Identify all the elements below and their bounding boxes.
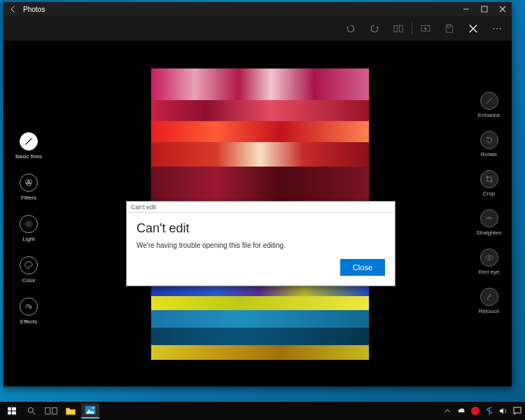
file-explorer-taskbar-button[interactable]: [62, 403, 80, 419]
slideshow-button[interactable]: [414, 16, 438, 41]
volume-icon: [499, 407, 507, 414]
dialog-message: We're having trouble opening this file f…: [136, 241, 385, 249]
dialog-heading: Can't edit: [136, 221, 385, 236]
tray-beats-icon[interactable]: [470, 406, 480, 416]
task-view-icon: [45, 406, 57, 416]
svg-point-14: [27, 223, 31, 226]
svg-line-21: [31, 221, 31, 222]
tool-red-eye[interactable]: Red eye: [470, 248, 508, 275]
tool-light[interactable]: Light: [8, 215, 50, 242]
svg-rect-34: [52, 408, 57, 414]
tool-enhance[interactable]: Enhance: [470, 92, 508, 118]
taskbar: [0, 402, 525, 420]
separator: [412, 22, 412, 35]
minimize-button[interactable]: [457, 2, 475, 16]
svg-point-7: [496, 28, 498, 29]
chevron-up-icon: [444, 407, 451, 414]
compare-button[interactable]: [386, 16, 410, 41]
filters-icon: [24, 178, 34, 188]
tray-volume-icon[interactable]: [498, 406, 508, 416]
tool-label: Filters: [21, 195, 36, 201]
redo-icon: [369, 23, 380, 34]
rotate-icon: [484, 135, 494, 145]
tool-label: Light: [22, 236, 34, 242]
tray-up-icon[interactable]: [442, 406, 452, 416]
tray-bluetooth-icon[interactable]: [484, 406, 494, 416]
svg-line-19: [26, 221, 27, 222]
tool-crop[interactable]: Crop: [470, 170, 508, 197]
svg-point-6: [493, 28, 494, 29]
tool-basic-fixes[interactable]: Basic fixes: [8, 132, 50, 160]
save-button[interactable]: [438, 16, 461, 41]
beats-icon: [471, 407, 479, 415]
tool-label: Effects: [20, 318, 37, 325]
more-button[interactable]: [485, 16, 509, 41]
svg-rect-30: [12, 412, 16, 415]
tool-retouch[interactable]: Retouch: [470, 288, 508, 314]
photos-app-icon: [85, 405, 96, 415]
task-view-button[interactable]: [42, 403, 60, 419]
svg-line-20: [31, 226, 31, 227]
notifications-icon: [513, 407, 522, 415]
tool-label: Enhance: [478, 112, 500, 118]
close-edit-button[interactable]: [461, 16, 485, 41]
svg-rect-3: [399, 25, 402, 31]
save-icon: [444, 23, 455, 34]
svg-point-8: [500, 28, 501, 29]
redo-button[interactable]: [363, 16, 386, 41]
maximize-button[interactable]: [475, 2, 493, 16]
cloud-icon: [457, 407, 465, 414]
retouch-icon: [484, 292, 494, 302]
effects-icon: [24, 302, 34, 312]
photos-app-window: Photos: [4, 2, 512, 386]
dialog-close-button[interactable]: Close: [340, 259, 385, 276]
svg-rect-2: [394, 25, 398, 31]
tool-straighten[interactable]: Straighten: [470, 209, 508, 236]
left-tool-panel: Basic fixes Filters Light Color Effects: [4, 41, 54, 386]
svg-rect-27: [8, 407, 11, 411]
svg-rect-33: [46, 408, 50, 414]
tool-label: Retouch: [479, 308, 500, 314]
tool-label: Basic fixes: [15, 153, 42, 160]
tool-rotate[interactable]: Rotate: [470, 131, 508, 158]
svg-rect-29: [8, 412, 11, 415]
compare-icon: [393, 23, 404, 34]
tool-label: Straighten: [476, 230, 501, 236]
bluetooth-icon: [486, 407, 493, 415]
svg-point-37: [92, 407, 94, 409]
editor-main: Basic fixes Filters Light Color Effects: [4, 41, 512, 386]
maximize-icon: [481, 6, 488, 13]
undo-icon: [345, 23, 356, 34]
svg-rect-5: [447, 24, 451, 27]
tray-notifications-icon[interactable]: [512, 406, 522, 416]
window-close-button[interactable]: [493, 2, 512, 16]
wand-icon: [484, 96, 494, 106]
arrow-left-icon: [9, 5, 18, 13]
svg-line-22: [26, 226, 27, 227]
search-button[interactable]: [22, 403, 41, 419]
tool-effects[interactable]: Effects: [8, 298, 50, 325]
minimize-icon: [463, 6, 470, 13]
start-button[interactable]: [3, 403, 21, 419]
svg-line-32: [33, 412, 36, 415]
svg-point-10: [29, 137, 30, 138]
windows-logo-icon: [7, 406, 17, 416]
back-button[interactable]: [4, 5, 23, 13]
crop-icon: [484, 174, 494, 184]
dialog-caption: Can't edit: [127, 202, 395, 213]
tool-filters[interactable]: Filters: [8, 174, 50, 201]
titlebar: Photos: [4, 2, 512, 16]
x-icon: [468, 24, 478, 34]
undo-button[interactable]: [339, 16, 363, 41]
photos-taskbar-button[interactable]: [81, 403, 99, 419]
sun-icon: [24, 219, 34, 229]
tool-label: Rotate: [481, 151, 498, 158]
slideshow-icon: [420, 23, 431, 34]
svg-point-9: [31, 138, 32, 139]
folder-icon: [65, 406, 76, 416]
close-icon: [499, 6, 506, 13]
tool-color[interactable]: Color: [8, 256, 50, 284]
tray-onedrive-icon[interactable]: [456, 406, 466, 416]
wand-icon: [24, 136, 34, 146]
tool-label: Red eye: [479, 269, 500, 275]
